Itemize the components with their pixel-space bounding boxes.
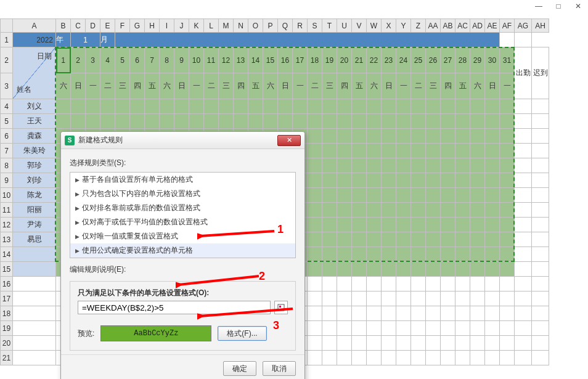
data-cell[interactable] [248,114,263,129]
data-cell[interactable] [485,173,500,188]
empty-cell[interactable] [411,336,426,351]
day-number-cell[interactable]: 10 [189,47,204,73]
data-cell[interactable] [532,173,549,188]
empty-cell[interactable] [13,336,56,351]
data-cell[interactable] [411,173,426,188]
weekday-cell[interactable]: 二 [100,73,115,99]
data-cell[interactable] [411,232,426,247]
data-cell[interactable] [411,129,426,144]
data-cell[interactable] [515,247,532,262]
empty-cell[interactable] [337,351,352,365]
empty-cell[interactable] [500,351,515,365]
empty-cell[interactable] [441,336,455,351]
data-cell[interactable] [382,129,396,144]
range-picker-button[interactable] [274,301,288,314]
year-suffix-cell[interactable]: 年 [56,33,71,47]
data-cell[interactable] [352,203,367,218]
data-cell[interactable] [367,232,382,247]
empty-cell[interactable] [470,336,485,351]
empty-cell[interactable] [485,351,500,365]
day-number-cell[interactable]: 20 [337,47,352,73]
rule-type-item[interactable]: ▶仅对高于或低于平均值的数值设置格式 [70,215,295,229]
empty-cell[interactable] [367,351,382,365]
data-cell[interactable] [455,158,470,173]
day-number-cell[interactable]: 26 [426,47,441,73]
day-number-cell[interactable]: 4 [100,47,115,73]
name-cell[interactable] [13,262,56,277]
empty-cell[interactable] [515,336,532,351]
empty-cell[interactable] [367,336,382,351]
col-header[interactable]: N [234,19,248,33]
data-cell[interactable] [411,188,426,203]
data-cell[interactable] [308,173,322,188]
empty-cell[interactable] [308,291,322,306]
empty-cell[interactable] [441,277,455,291]
weekday-cell[interactable]: 一 [396,73,411,99]
data-cell[interactable] [426,232,441,247]
rule-type-item-selected[interactable]: ▶使用公式确定要设置格式的单元格 [70,243,295,258]
row-header[interactable]: 21 [1,351,13,365]
data-cell[interactable] [322,203,337,218]
weekday-cell[interactable]: 五 [352,73,367,99]
empty-cell[interactable] [322,277,337,291]
data-cell[interactable] [145,114,160,129]
empty-cell[interactable] [411,306,426,321]
empty-cell[interactable] [411,321,426,336]
col-header[interactable]: AB [441,19,455,33]
close-window-button[interactable]: ✕ [568,0,588,12]
data-cell[interactable] [352,188,367,203]
empty-cell[interactable] [396,291,411,306]
empty-cell[interactable] [352,351,367,365]
empty-cell[interactable] [485,336,500,351]
empty-cell[interactable] [382,351,396,365]
data-cell[interactable] [470,188,485,203]
month-cell[interactable]: 1 [71,33,100,47]
empty-cell[interactable] [485,306,500,321]
weekday-cell[interactable]: 二 [411,73,426,99]
data-cell[interactable] [322,262,337,277]
col-header[interactable]: G [130,19,145,33]
col-header[interactable]: AC [455,19,470,33]
empty-cell[interactable] [470,277,485,291]
empty-cell[interactable] [352,321,367,336]
data-cell[interactable] [485,218,500,232]
data-cell[interactable] [470,129,485,144]
weekday-cell[interactable]: 一 [189,73,204,99]
day-number-cell[interactable]: 2 [71,47,86,73]
row-header[interactable]: 12 [1,218,13,232]
data-cell[interactable] [411,114,426,129]
data-cell[interactable] [382,247,396,262]
empty-cell[interactable] [13,351,56,365]
data-cell[interactable] [485,247,500,262]
empty-cell[interactable] [426,321,441,336]
data-cell[interactable] [485,144,500,158]
day-number-cell[interactable]: 14 [248,47,263,73]
empty-cell[interactable] [500,277,515,291]
name-cell[interactable]: 朱美玲 [13,144,56,158]
data-cell[interactable] [441,232,455,247]
data-cell[interactable] [382,158,396,173]
weekday-cell[interactable]: 四 [130,73,145,99]
col-header[interactable]: AA [426,19,441,33]
cancel-button[interactable]: 取消 [263,361,296,376]
data-cell[interactable] [382,203,396,218]
day-number-cell[interactable]: 6 [130,47,145,73]
data-cell[interactable] [441,114,455,129]
data-cell[interactable] [322,114,337,129]
data-cell[interactable] [426,114,441,129]
data-cell[interactable] [308,247,322,262]
row-header[interactable]: 14 [1,247,13,262]
extra-header-cell[interactable]: 出勤 [515,47,532,99]
data-cell[interactable] [441,247,455,262]
data-cell[interactable] [337,173,352,188]
data-cell[interactable] [352,173,367,188]
weekday-cell[interactable]: 一 [293,73,308,99]
empty-cell[interactable] [455,277,470,291]
empty-cell[interactable] [515,33,532,47]
empty-cell[interactable] [337,321,352,336]
data-cell[interactable] [308,158,322,173]
col-header[interactable]: M [219,19,234,33]
data-cell[interactable] [322,144,337,158]
empty-cell[interactable] [532,351,549,365]
empty-cell[interactable] [470,351,485,365]
